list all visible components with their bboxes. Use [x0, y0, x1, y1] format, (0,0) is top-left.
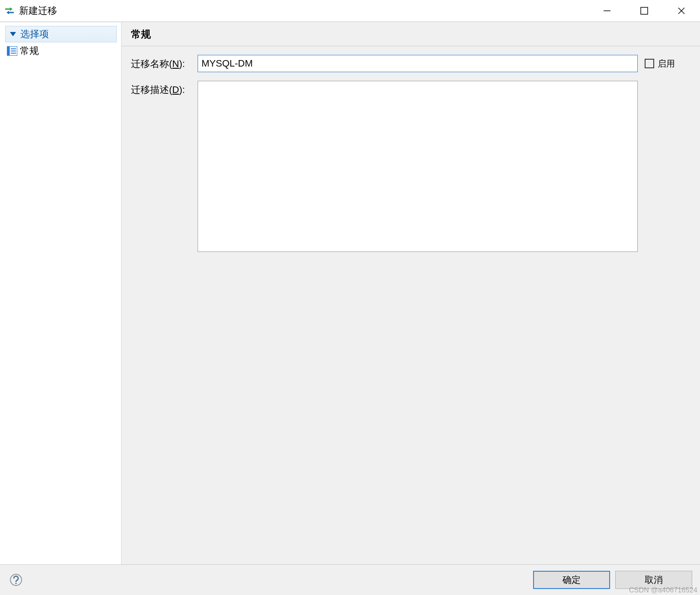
enable-cell: 启用	[645, 55, 690, 72]
help-button[interactable]	[10, 573, 22, 586]
svg-point-10	[15, 582, 16, 584]
name-label: 迁移名称(N):	[131, 55, 191, 70]
title-left: 新建迁移	[0, 4, 57, 17]
panel-content: 迁移名称(N): 启用 迁移描述(D):	[121, 46, 700, 252]
chevron-down-icon	[10, 32, 16, 36]
dialog-body: 选择项 常规 常规	[0, 22, 700, 564]
title-bar: 新建迁移	[0, 0, 700, 21]
cancel-button[interactable]: 取消	[615, 571, 692, 589]
panel-header-wrap: 常规	[121, 22, 700, 46]
panel-header: 常规	[121, 22, 700, 46]
form-icon	[7, 46, 17, 56]
desc-label: 迁移描述(D):	[131, 81, 191, 96]
minimize-button[interactable]	[588, 0, 626, 21]
window-title: 新建迁移	[19, 4, 57, 17]
migration-name-input[interactable]	[198, 55, 638, 72]
enable-label: 启用	[658, 58, 675, 70]
sidebar-item-general[interactable]: 常规	[5, 43, 117, 59]
migration-desc-textarea[interactable]	[198, 81, 638, 252]
dialog-footer: 确定 取消	[0, 564, 700, 595]
ok-button[interactable]: 确定	[533, 571, 610, 589]
sidebar-section-label: 选择项	[20, 28, 49, 41]
enable-checkbox[interactable]	[645, 59, 654, 68]
sidebar-section-options[interactable]: 选择项	[5, 26, 117, 42]
sidebar: 选择项 常规	[0, 22, 121, 564]
close-button[interactable]	[663, 0, 700, 21]
maximize-button[interactable]	[626, 0, 663, 21]
main-panel: 常规 迁移名称(N): 启用 迁移描述(D):	[121, 22, 700, 564]
dialog-window: 新建迁移 选择项	[0, 0, 700, 595]
window-controls	[588, 0, 700, 21]
sidebar-item-label: 常规	[20, 45, 39, 57]
svg-rect-5	[7, 47, 10, 56]
desc-wrap	[198, 81, 638, 252]
svg-rect-1	[641, 7, 648, 14]
migrate-icon	[4, 6, 15, 16]
